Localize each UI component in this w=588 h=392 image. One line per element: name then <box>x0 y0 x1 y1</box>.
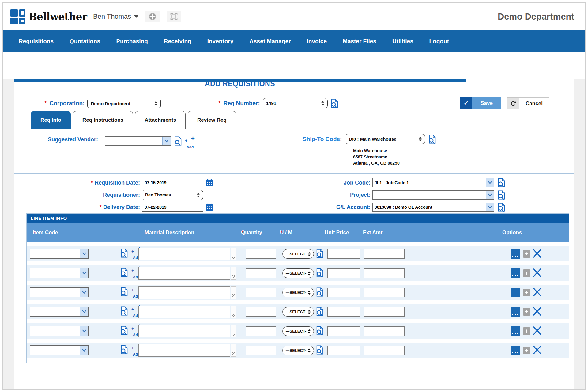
more-options-button[interactable] <box>511 288 520 297</box>
ship-to-select[interactable]: 100 : Main Warehouse <box>345 134 425 144</box>
delete-row-icon[interactable] <box>533 268 541 278</box>
chevron-down-icon[interactable] <box>80 307 88 316</box>
job-code-input[interactable] <box>373 178 486 187</box>
resize-handle[interactable] <box>231 286 236 299</box>
uom-lookup-icon[interactable] <box>316 268 324 277</box>
resize-handle[interactable] <box>231 325 236 337</box>
material-description-input[interactable] <box>138 306 230 318</box>
uom-select[interactable]: ---SELECT- <box>282 326 314 336</box>
nav-inventory[interactable]: Inventory <box>207 38 234 45</box>
resize-handle[interactable] <box>231 267 236 280</box>
ext-amt-input[interactable] <box>364 249 405 259</box>
help-button[interactable] <box>145 11 160 22</box>
uom-select[interactable]: ---SELECT- <box>282 307 314 317</box>
more-options-button[interactable] <box>511 326 520 336</box>
req-number-select[interactable]: 1491 <box>263 98 328 108</box>
item-lookup-icon[interactable] <box>120 287 128 296</box>
uom-lookup-icon[interactable] <box>316 287 324 297</box>
material-description-input[interactable] <box>138 325 230 337</box>
item-code-input[interactable] <box>30 326 80 336</box>
nav-requisitions[interactable]: Requisitions <box>19 38 54 45</box>
nav-invoice[interactable]: Invoice <box>307 38 327 45</box>
unit-price-input[interactable] <box>327 288 360 297</box>
chevron-down-icon[interactable] <box>162 137 171 145</box>
unit-price-input[interactable] <box>327 346 360 355</box>
job-code-lookup-icon[interactable] <box>497 178 505 187</box>
nav-logout[interactable]: Logout <box>429 38 449 45</box>
unit-price-input[interactable] <box>327 268 360 278</box>
chevron-down-icon[interactable] <box>80 249 88 258</box>
material-description-input[interactable] <box>138 344 230 357</box>
uom-lookup-icon[interactable] <box>316 249 324 258</box>
tab-req-instructions[interactable]: Req Instructions <box>73 111 133 129</box>
item-code-input[interactable] <box>30 249 80 258</box>
chevron-down-icon[interactable] <box>486 203 494 211</box>
more-options-button[interactable] <box>511 249 520 259</box>
tab-req-info[interactable]: Req Info <box>31 111 71 129</box>
vendor-lookup-icon[interactable] <box>174 136 182 146</box>
chevron-down-icon[interactable] <box>80 326 88 336</box>
unit-price-input[interactable] <box>327 326 360 336</box>
nav-master-files[interactable]: Master Files <box>343 38 376 45</box>
quantity-input[interactable] <box>246 249 276 259</box>
ext-amt-input[interactable] <box>364 326 405 336</box>
uom-select[interactable]: ---SELECT- <box>282 268 314 278</box>
item-code-input[interactable] <box>30 268 80 278</box>
nav-asset-manager[interactable]: Asset Manager <box>249 38 291 45</box>
add-row-button[interactable]: + <box>523 327 530 335</box>
material-description-input[interactable] <box>138 267 230 280</box>
add-row-button[interactable]: + <box>523 289 530 296</box>
nav-receiving[interactable]: Receiving <box>164 38 191 45</box>
uom-select[interactable]: ---SELECT- <box>282 288 314 297</box>
delivery-date-input[interactable] <box>142 203 203 212</box>
suggested-vendor-input[interactable] <box>105 137 162 145</box>
save-button[interactable]: ✓ Save <box>460 97 501 109</box>
user-menu[interactable]: Ben Thomas <box>93 13 138 21</box>
calendar-icon[interactable] <box>205 203 213 211</box>
item-code-input[interactable] <box>30 307 80 316</box>
uom-lookup-icon[interactable] <box>316 345 324 355</box>
ext-amt-input[interactable] <box>364 268 405 278</box>
item-lookup-icon[interactable] <box>120 268 128 277</box>
uom-select[interactable]: ---SELECT- <box>282 249 314 259</box>
project-lookup-icon[interactable] <box>497 190 505 200</box>
chevron-down-icon[interactable] <box>80 288 88 297</box>
resize-handle[interactable] <box>231 344 236 357</box>
ext-amt-input[interactable] <box>364 288 405 297</box>
unit-price-input[interactable] <box>327 249 360 259</box>
gl-account-input[interactable] <box>373 203 486 211</box>
resize-handle[interactable] <box>231 248 236 260</box>
quantity-input[interactable] <box>246 346 276 355</box>
cancel-button[interactable]: Cancel <box>507 97 549 109</box>
uom-lookup-icon[interactable] <box>316 307 324 316</box>
add-row-button[interactable]: + <box>523 250 530 258</box>
add-row-button[interactable]: + <box>523 269 530 277</box>
calendar-icon[interactable] <box>205 179 213 187</box>
delete-row-icon[interactable] <box>533 287 541 297</box>
material-description-input[interactable] <box>138 286 230 299</box>
chevron-down-icon[interactable] <box>486 191 494 199</box>
nav-quotations[interactable]: Quotations <box>70 38 100 45</box>
more-options-button[interactable] <box>511 268 520 278</box>
item-code-input[interactable] <box>30 346 80 355</box>
nav-purchasing[interactable]: Purchasing <box>116 38 148 45</box>
quantity-input[interactable] <box>246 326 276 336</box>
tab-review-req[interactable]: Review Req <box>188 111 236 129</box>
uom-lookup-icon[interactable] <box>316 326 324 335</box>
project-input[interactable] <box>373 191 486 199</box>
fullscreen-button[interactable] <box>167 11 181 22</box>
requisition-date-input[interactable] <box>142 178 203 187</box>
corporation-select[interactable]: Demo Department <box>87 99 161 108</box>
item-lookup-icon[interactable] <box>120 345 128 354</box>
quantity-input[interactable] <box>246 307 276 317</box>
ext-amt-input[interactable] <box>364 346 405 355</box>
quantity-input[interactable] <box>246 288 276 297</box>
chevron-down-icon[interactable] <box>80 346 88 355</box>
req-number-lookup-icon[interactable] <box>330 99 338 108</box>
add-row-button[interactable]: + <box>523 308 530 316</box>
delete-row-icon[interactable] <box>533 249 541 258</box>
more-options-button[interactable] <box>511 346 520 355</box>
add-row-button[interactable]: + <box>523 347 530 354</box>
delete-row-icon[interactable] <box>533 306 541 316</box>
item-lookup-icon[interactable] <box>120 249 128 258</box>
